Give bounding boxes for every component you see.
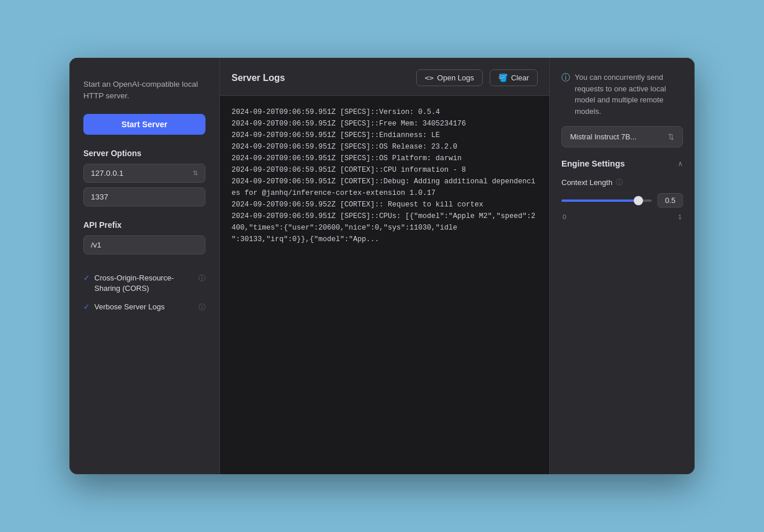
logs-title: Server Logs: [232, 73, 409, 83]
context-length-label: Context Length: [561, 178, 612, 187]
open-logs-button[interactable]: <> Open Logs: [416, 69, 483, 86]
context-length-section: Context Length ⓘ 0.5 0 1: [561, 178, 683, 220]
server-options-label: Server Options: [83, 149, 205, 158]
info-text: You can concurrently send requests to on…: [575, 72, 683, 117]
model-chevron-icon: ⇅: [668, 132, 674, 141]
info-icon: ⓘ: [561, 72, 570, 83]
cors-checkbox-label: Cross-Origin-Resource-Sharing (CORS): [94, 273, 194, 294]
engine-settings-title: Engine Settings: [561, 159, 625, 168]
slider-min-label: 0: [563, 213, 566, 220]
info-box: ⓘ You can concurrently send requests to …: [561, 72, 683, 117]
slider-row: 0.5: [561, 193, 683, 208]
open-logs-icon: <>: [425, 73, 434, 82]
collapse-icon[interactable]: ∧: [678, 160, 683, 168]
slider-container: [561, 200, 652, 202]
checkbox-section: ✓ Cross-Origin-Resource-Sharing (CORS) ⓘ…: [83, 273, 205, 313]
clear-icon: 🪣: [498, 73, 508, 82]
center-panel: Server Logs <> Open Logs 🪣 Clear 2024-09…: [220, 58, 550, 474]
verbose-checkbox-row: ✓ Verbose Server Logs ⓘ: [83, 302, 205, 312]
slider-value-display: 0.5: [658, 193, 683, 208]
api-prefix-label: API Prefix: [83, 220, 205, 230]
slider-thumb[interactable]: [634, 196, 643, 205]
left-panel: Start an OpenAI-compatible local HTTP se…: [69, 58, 220, 474]
slider-max-label: 1: [678, 213, 682, 220]
ip-address-value: 127.0.0.1: [91, 169, 193, 178]
model-select-value: Mistral Instruct 7B...: [570, 132, 637, 141]
server-description: Start an OpenAI-compatible local HTTP se…: [83, 79, 205, 102]
open-logs-label: Open Logs: [437, 73, 474, 82]
logs-content[interactable]: 2024-09-20T09:06:59.951Z [SPECS]::Versio…: [220, 96, 549, 474]
slider-range-labels: 0 1: [561, 213, 683, 220]
cors-info-icon: ⓘ: [199, 274, 205, 283]
start-server-button[interactable]: Start Server: [83, 114, 205, 135]
context-length-label-row: Context Length ⓘ: [561, 178, 683, 187]
ip-address-input[interactable]: 127.0.0.1 ⇅: [83, 164, 205, 183]
verbose-checkmark-icon[interactable]: ✓: [83, 302, 90, 311]
app-window: Start an OpenAI-compatible local HTTP se…: [69, 58, 695, 474]
verbose-checkbox-label: Verbose Server Logs: [94, 302, 194, 312]
clear-button[interactable]: 🪣 Clear: [490, 69, 538, 86]
cors-checkmark-icon[interactable]: ✓: [83, 274, 90, 282]
logs-header: Server Logs <> Open Logs 🪣 Clear: [220, 58, 549, 96]
verbose-info-icon: ⓘ: [199, 302, 205, 312]
clear-label: Clear: [511, 73, 529, 82]
model-select-dropdown[interactable]: Mistral Instruct 7B... ⇅: [561, 126, 683, 147]
ip-chevron-icon: ⇅: [193, 169, 198, 177]
port-input[interactable]: [83, 187, 205, 206]
context-length-info-icon: ⓘ: [616, 178, 623, 187]
cors-checkbox-row: ✓ Cross-Origin-Resource-Sharing (CORS) ⓘ: [83, 273, 205, 294]
right-panel: ⓘ You can concurrently send requests to …: [550, 58, 695, 474]
engine-settings-header: Engine Settings ∧: [561, 159, 683, 168]
slider-track[interactable]: [561, 200, 652, 202]
api-prefix-input[interactable]: [83, 235, 205, 254]
